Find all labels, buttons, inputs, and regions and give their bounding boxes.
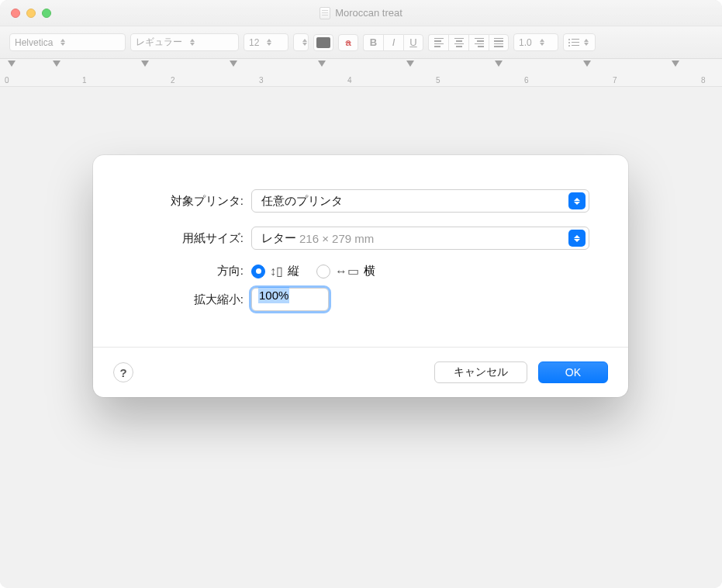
font-family-select[interactable]: Helvetica [9, 33, 126, 51]
tabstop-icon[interactable] [141, 61, 149, 67]
align-justify-icon [494, 38, 503, 47]
ok-button[interactable]: OK [538, 361, 608, 383]
text-style-group: B I U [363, 34, 423, 51]
paper-size-dimensions: 216 × 279 mm [299, 232, 374, 245]
align-justify-button[interactable] [489, 34, 509, 51]
align-left-button[interactable] [428, 34, 448, 51]
ruler-number: 3 [259, 76, 264, 85]
portrait-icon: ↕▯ [270, 264, 283, 278]
printer-label: 対象プリンタ: [132, 194, 251, 209]
ruler-number: 6 [524, 76, 529, 85]
chevron-updown-icon [568, 192, 586, 209]
underline-button[interactable]: U [403, 34, 423, 51]
orientation-landscape-label: 横 [364, 264, 375, 278]
chevron-updown-icon [302, 39, 307, 46]
tabstop-icon[interactable] [8, 61, 16, 67]
line-spacing-value: 1.0 [519, 37, 532, 48]
list-style-select[interactable] [563, 33, 596, 51]
ruler[interactable]: 0 1 2 3 4 5 6 7 8 [0, 59, 722, 87]
title-area: Moroccan treat [0, 7, 722, 19]
line-spacing-select[interactable]: 1.0 [513, 33, 558, 51]
ok-label: OK [565, 366, 581, 379]
tabstop-icon[interactable] [318, 61, 326, 67]
color-swatch-icon [316, 37, 330, 48]
scale-label: 拡大縮小: [132, 292, 251, 307]
ruler-number: 0 [5, 76, 9, 85]
cancel-button[interactable]: キャンセル [434, 361, 527, 383]
orientation-portrait-label: 縦 [288, 264, 299, 278]
strikethrough-color-button[interactable]: a [338, 34, 358, 51]
chevron-updown-icon [188, 39, 196, 46]
align-center-button[interactable] [448, 34, 468, 51]
font-style-value: レギュラー [136, 36, 182, 49]
ruler-number: 4 [347, 76, 352, 85]
ruler-number: 5 [436, 76, 440, 85]
window-title: Moroccan treat [335, 7, 402, 19]
document-icon [320, 7, 330, 19]
scale-value: 100% [258, 287, 289, 303]
help-button[interactable]: ? [113, 362, 133, 382]
dialog-footer: ? キャンセル OK [93, 347, 628, 397]
tabstop-icon[interactable] [53, 61, 60, 67]
tabstop-icon[interactable] [495, 61, 503, 67]
align-center-icon [454, 38, 464, 47]
tabstop-icon[interactable] [583, 61, 591, 67]
font-size-value: 12 [249, 37, 259, 48]
list-icon [568, 39, 579, 47]
ruler-tabstops [0, 61, 722, 70]
orientation-label: 方向: [132, 264, 251, 278]
radio-unchecked-icon [316, 265, 330, 278]
tabstop-icon[interactable] [406, 61, 414, 67]
printer-value: 任意のプリンタ [261, 194, 343, 209]
page-setup-dialog: 対象プリンタ: 任意のプリンタ 用紙サイズ: レター 216 × 279 mm [93, 155, 628, 397]
alignment-group [428, 34, 509, 51]
app-window: Moroccan treat Helvetica レギュラー 12 a B I … [0, 0, 722, 588]
font-size-select[interactable]: 12 [244, 33, 288, 51]
tabstop-icon[interactable] [230, 61, 237, 67]
strikethrough-icon: a [345, 36, 351, 48]
chevron-updown-icon [568, 230, 586, 247]
chevron-down-icon [582, 39, 590, 46]
text-color-button[interactable] [313, 34, 333, 51]
ruler-number: 7 [613, 76, 617, 85]
tabstop-icon[interactable] [672, 61, 679, 67]
align-right-button[interactable] [468, 34, 489, 51]
orientation-landscape-option[interactable]: ↔▭ 横 [316, 264, 375, 278]
italic-button[interactable]: I [383, 34, 403, 51]
printer-select[interactable]: 任意のプリンタ [251, 189, 589, 213]
align-right-icon [475, 38, 484, 47]
cancel-label: キャンセル [454, 365, 508, 378]
scale-input[interactable]: 100% [251, 288, 329, 311]
paper-size-value: レター [261, 231, 296, 246]
format-toolbar: Helvetica レギュラー 12 a B I U 1.0 [0, 26, 722, 59]
ruler-number: 8 [701, 76, 706, 85]
font-size-stepper[interactable] [293, 33, 309, 51]
ruler-number: 1 [82, 76, 87, 85]
ruler-number: 2 [171, 76, 175, 85]
chevron-updown-icon [538, 39, 546, 46]
paper-size-label: 用紙サイズ: [132, 231, 251, 246]
font-style-select[interactable]: レギュラー [130, 33, 239, 51]
landscape-icon: ↔▭ [335, 264, 359, 278]
paper-size-select[interactable]: レター 216 × 279 mm [251, 227, 589, 250]
font-family-value: Helvetica [15, 37, 53, 48]
titlebar: Moroccan treat [0, 0, 722, 26]
chevron-updown-icon [59, 39, 67, 46]
orientation-portrait-option[interactable]: ↕▯ 縦 [251, 264, 299, 278]
align-left-icon [434, 38, 444, 47]
bold-button[interactable]: B [363, 34, 383, 51]
help-icon: ? [119, 366, 126, 379]
radio-checked-icon [251, 265, 265, 278]
chevron-updown-icon [265, 39, 273, 46]
